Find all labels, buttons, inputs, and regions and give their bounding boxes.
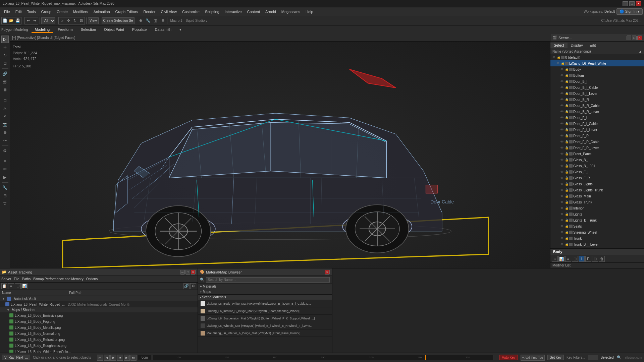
scene-lock-icon[interactable]: 🔒 — [565, 176, 569, 180]
scene-lock-icon[interactable]: 🔒 — [565, 67, 569, 71]
scene-eye-icon[interactable]: 👁 — [560, 242, 564, 246]
scene-eye-icon[interactable]: 👁 — [560, 218, 564, 222]
scene-lock-icon[interactable]: 🔒 — [565, 85, 569, 89]
save-icon[interactable]: 💾 — [15, 18, 21, 24]
scene-lock-icon[interactable]: 🔒 — [565, 230, 569, 234]
tab-populate[interactable]: Populate — [129, 27, 150, 33]
scene-lock-icon[interactable]: 🔒 — [565, 224, 569, 228]
menu-modifiers[interactable]: Modifiers — [70, 9, 91, 14]
viewport-canvas[interactable]: Total Polys: 811,224 Verts: 424,472 FPS:… — [10, 42, 550, 268]
scene-eye-icon[interactable]: 👁 — [552, 55, 556, 59]
tool-shape[interactable]: △ — [1, 105, 9, 112]
scene-list-item[interactable]: 👁 🔒 Interior — [550, 205, 644, 211]
anim-prev-frame[interactable]: ◀ — [104, 355, 110, 361]
scene-lock-icon[interactable]: 🔒 — [565, 146, 569, 150]
scene-eye-icon[interactable]: 👁 — [560, 164, 564, 168]
scene-eye-icon[interactable]: 👁 — [560, 128, 564, 132]
new-scene-icon[interactable]: 📄 — [2, 18, 8, 24]
mod-toolbar-icon8[interactable]: 🗑 — [599, 256, 605, 262]
scene-list-item[interactable]: 👁 🔒 Glass_Lights_Trunk — [550, 187, 644, 193]
scene-lock-icon[interactable]: 🔒 — [565, 164, 569, 168]
menu-edit[interactable]: Edit — [13, 9, 24, 14]
menu-interactive[interactable]: Interactive — [222, 9, 245, 14]
anim-go-end[interactable]: ⏭ — [130, 355, 137, 361]
scene-list-item[interactable]: 👁 🔒 Door_F_R — [550, 133, 644, 139]
scene-lock-icon[interactable]: 🔒 — [565, 116, 569, 120]
anim-go-start[interactable]: ⏮ — [97, 355, 103, 361]
scene-eye-icon[interactable]: 👁 — [560, 200, 564, 204]
mat-section-maps[interactable]: + Maps — [198, 289, 332, 295]
tab-object-paint[interactable]: Object Paint — [101, 27, 127, 33]
scene-lock-icon[interactable]: 🔒 — [565, 134, 569, 138]
vray-status-button[interactable]: V_Ray_Next_... — [2, 355, 30, 360]
menu-group[interactable]: Group — [38, 9, 54, 14]
anim-play[interactable]: ▶ — [110, 355, 116, 361]
scene-list-item[interactable]: 👁 🔒 Door_F_R_Cable — [550, 139, 644, 145]
snap-icon[interactable]: ⊕ — [138, 18, 144, 24]
menu-megascans[interactable]: Megascans — [279, 9, 303, 14]
scene-list-item[interactable]: 👁 🔒 Glass_F_l — [550, 169, 644, 175]
tool-unlink[interactable]: ⛓ — [1, 78, 9, 85]
all-dropdown[interactable]: All — [41, 17, 55, 24]
tool-wire[interactable]: ⊞ — [1, 192, 9, 199]
scene-eye-icon[interactable]: 👁 — [560, 176, 564, 180]
tool-link[interactable]: 🔗 — [1, 70, 9, 77]
scene-eye-icon[interactable]: 👁 — [560, 170, 564, 174]
scene-list-item[interactable]: 👁 🔒 Seats — [550, 223, 644, 229]
minimize-button[interactable]: ─ — [623, 1, 628, 6]
rotate-icon[interactable]: ↻ — [72, 18, 78, 24]
scene-lock-icon[interactable]: 🔒 — [565, 128, 569, 132]
scene-list[interactable]: 👁 🔒 0 (default) 👁 🔒 LiXiang_L6_Pearl_Whi… — [550, 54, 644, 248]
scene-eye-icon[interactable]: 👁 — [560, 236, 564, 240]
scene-eye-icon[interactable]: 👁 — [560, 116, 564, 120]
asset-menu-bitmap[interactable]: Bitmap Performance and Memory — [33, 277, 84, 281]
asset-list[interactable]: ▼ Autodesk Vault LiXiang_L6_Pearl_White_… — [0, 296, 198, 360]
anim-next-frame[interactable]: ▶| — [124, 355, 130, 361]
scene-list-item[interactable]: 👁 🔒 0 (default) — [550, 54, 644, 60]
asset-group-maps[interactable]: ▼ Maps / Shaders — [0, 307, 198, 312]
magnet-icon[interactable]: 🔧 — [145, 18, 151, 24]
tab-freeform[interactable]: Freeform — [54, 27, 76, 33]
tool-helper[interactable]: ⊕ — [1, 129, 9, 136]
timeline[interactable]: 160170180190200210220 — [153, 355, 493, 360]
auto-key-button[interactable]: Auto Key — [499, 355, 518, 360]
scene-list-item[interactable]: 👁 🔒 Glass_Trunk — [550, 199, 644, 205]
tab-display[interactable]: Display — [568, 43, 586, 48]
asset-tb-icon1[interactable]: 📋 — [1, 283, 7, 289]
scene-list-item[interactable]: 👁 🔒 Lights_B_Trunk — [550, 217, 644, 223]
asset-tb-icon6[interactable]: ⚙ — [190, 283, 196, 289]
scene-lock-icon[interactable]: 🔒 — [565, 242, 569, 246]
scene-lock-icon[interactable]: 🔒 — [565, 236, 569, 240]
scene-eye-icon[interactable]: 👁 — [560, 152, 564, 156]
scene-lock-icon[interactable]: 🔒 — [565, 79, 569, 83]
open-icon[interactable]: 📂 — [8, 18, 14, 24]
scene-list-item[interactable]: 👁 🔒 Door_B_R — [550, 97, 644, 103]
scene-list-item[interactable]: 👁 🔒 Body — [550, 66, 644, 72]
scene-lock-icon[interactable]: 🔒 — [556, 55, 560, 59]
key-filters-label[interactable]: Key Filters... — [567, 356, 585, 359]
scene-lock-icon[interactable]: 🔒 — [565, 188, 569, 192]
scene-list-item[interactable]: 👁 🔒 Door_B_R_Cable — [550, 103, 644, 109]
asset-menu-options[interactable]: Options — [86, 277, 98, 281]
mat-row-0[interactable]: LiXiang_L6_Body_White_Mat (VRayMtl) [Bod… — [198, 300, 332, 307]
tab-selection[interactable]: Selection — [77, 27, 99, 33]
tool-system[interactable]: ⚙ — [1, 147, 9, 155]
asset-group-vault[interactable]: ▼ Autodesk Vault — [0, 296, 198, 301]
scene-lock-icon[interactable]: 🔒 — [565, 158, 569, 162]
tool-geom[interactable]: ◻ — [1, 97, 9, 104]
scene-eye-icon[interactable]: 👁 — [556, 61, 560, 65]
scene-eye-icon[interactable]: 👁 — [560, 206, 564, 210]
scene-eye-icon[interactable]: 👁 — [560, 134, 564, 138]
set-key-button[interactable]: Set Key — [547, 355, 564, 360]
mod-toolbar-icon7[interactable]: ⊡ — [592, 256, 598, 262]
menu-graph-editors[interactable]: Graph Editors — [113, 9, 141, 14]
scene-lock-icon[interactable]: 🔒 — [565, 182, 569, 186]
tool-space-warp[interactable]: 〜 — [1, 137, 9, 144]
tool-scale[interactable]: ⊡ — [1, 60, 9, 67]
mod-toolbar-icon3[interactable]: ≡ — [565, 256, 571, 262]
scene-lock-icon[interactable]: 🔒 — [565, 104, 569, 108]
mat-row-2[interactable]: LiXiang_L6_Suspension_Mat (VRayMtl) [Bot… — [198, 315, 332, 322]
asset-row-refraction[interactable]: LiXiang_L6_Body_Refraction.png — [0, 337, 198, 343]
asset-menu-server[interactable]: Server — [1, 277, 11, 281]
scene-eye-icon[interactable]: 👁 — [560, 188, 564, 192]
